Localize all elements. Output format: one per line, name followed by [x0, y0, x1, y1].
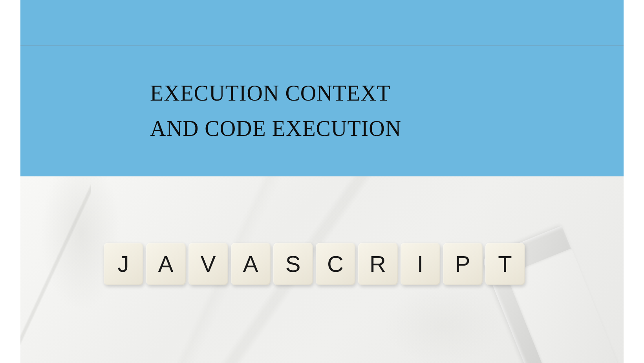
letter-tiles-row: J A V A S C R I P T	[104, 243, 525, 285]
tile-s: S	[273, 243, 313, 285]
slide-container: EXECUTION CONTEXT AND CODE EXECUTION J A…	[20, 0, 624, 363]
title-line-1: EXECUTION CONTEXT	[150, 76, 624, 111]
tile-t: T	[485, 243, 525, 285]
page-outer: EXECUTION CONTEXT AND CODE EXECUTION J A…	[0, 0, 644, 363]
title-line-2: AND CODE EXECUTION	[150, 111, 624, 147]
marble-vein	[20, 176, 91, 363]
tile-r: R	[358, 243, 398, 285]
tile-a2: A	[231, 243, 271, 285]
tile-i: I	[401, 243, 440, 285]
tile-v: V	[188, 243, 228, 285]
top-bar	[20, 0, 624, 46]
image-section: J A V A S C R I P T	[20, 176, 624, 363]
tile-a: A	[146, 243, 186, 285]
tile-p: P	[443, 243, 483, 285]
tile-c: C	[316, 243, 355, 285]
title-section: EXECUTION CONTEXT AND CODE EXECUTION	[20, 46, 624, 176]
tile-j: J	[104, 243, 143, 285]
